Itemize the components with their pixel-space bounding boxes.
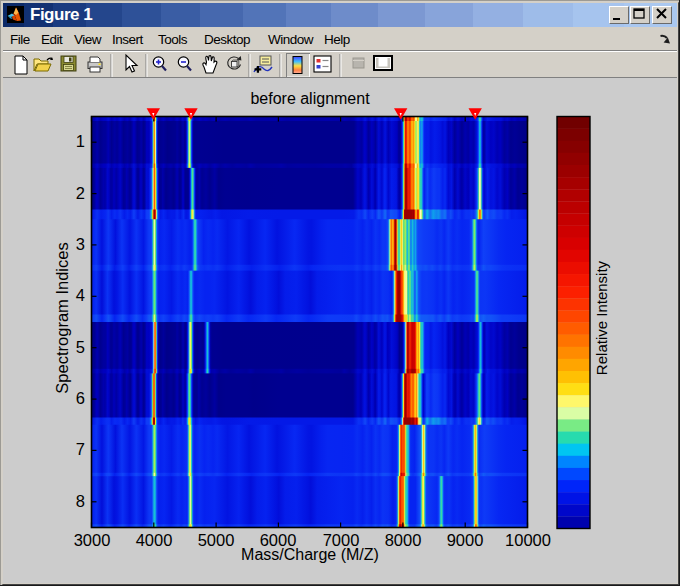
svg-text:1: 1: [76, 132, 85, 150]
svg-text:10000: 10000: [505, 531, 551, 549]
svg-text:7: 7: [76, 440, 85, 458]
svg-text:Spectrogram Indices: Spectrogram Indices: [53, 242, 71, 393]
svg-text:Relative Intensity: Relative Intensity: [593, 260, 610, 375]
svg-text:4000: 4000: [136, 531, 173, 549]
svg-text:2: 2: [76, 184, 85, 202]
svg-text:5: 5: [76, 338, 85, 356]
svg-text:3000: 3000: [74, 531, 111, 549]
svg-text:5000: 5000: [198, 531, 235, 549]
svg-text:6: 6: [76, 389, 85, 407]
svg-text:8: 8: [76, 492, 85, 510]
svg-text:before alignment: before alignment: [250, 90, 370, 107]
svg-text:9000: 9000: [447, 531, 484, 549]
svg-text:Mass/Charge (M/Z): Mass/Charge (M/Z): [241, 546, 379, 563]
svg-text:3: 3: [76, 235, 85, 253]
svg-text:8000: 8000: [385, 531, 422, 549]
svg-text:4: 4: [76, 286, 85, 304]
